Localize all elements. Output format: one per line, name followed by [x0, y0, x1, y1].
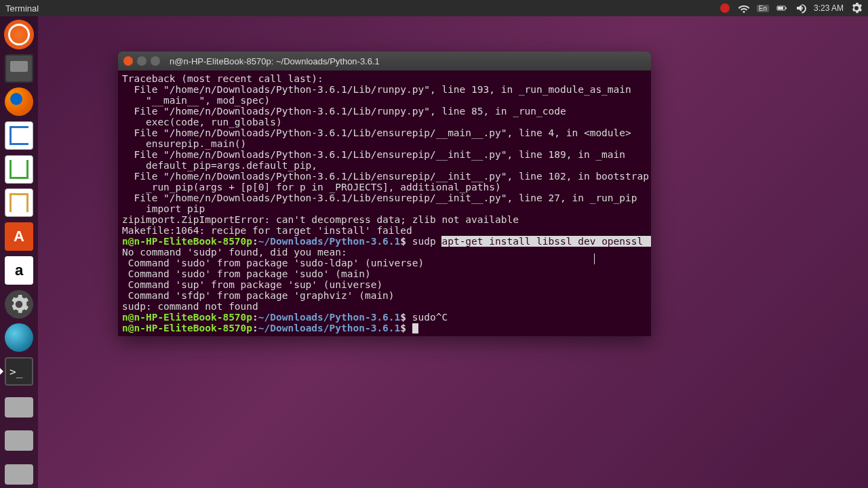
launcher-settings[interactable] [3, 289, 35, 320]
output-line: Traceback (most recent call last): [122, 73, 647, 84]
ubuntu-logo-icon [4, 20, 34, 49]
prompt-line[interactable]: n@n-HP-EliteBook-8570p:~/Downloads/Pytho… [122, 323, 647, 333]
software-icon [5, 222, 33, 251]
disk-icon [5, 430, 33, 451]
output-line: Command 'sfdp' from package 'graphviz' (… [122, 290, 647, 301]
output-line: File "/home/n/Downloads/Python-3.6.1/Lib… [122, 192, 647, 203]
prompt-line: n@n-HP-EliteBook-8570p:~/Downloads/Pytho… [122, 312, 647, 323]
close-button[interactable] [123, 56, 133, 66]
launcher-disk-3[interactable] [3, 457, 35, 488]
launcher-dash[interactable] [3, 19, 35, 50]
text-cursor-ibeam [594, 253, 595, 264]
disk-icon [5, 464, 33, 485]
output-line: zipimport.ZipImportError: can't decompre… [122, 214, 647, 225]
record-indicator-icon[interactable] [719, 2, 731, 14]
window-buttons [123, 56, 160, 66]
maximize-button[interactable] [151, 56, 160, 66]
launcher-amazon[interactable]: a [3, 255, 35, 286]
disk-icon [5, 397, 33, 418]
launcher-disk-1[interactable] [3, 390, 35, 421]
launcher-terminal[interactable]: >_ [3, 356, 35, 387]
wifi-icon[interactable] [738, 2, 750, 14]
output-line: _run_pip(args + [p[0] for p in _PROJECTS… [122, 182, 647, 192]
output-line: File "/home/n/Downloads/Python-3.6.1/Lib… [122, 84, 647, 95]
svg-rect-1 [785, 7, 787, 9]
globe-icon [5, 323, 33, 352]
writer-icon [5, 121, 33, 150]
top-menubar: Terminal En 3:23 AM [0, 0, 868, 16]
terminal-cursor [412, 323, 418, 333]
calc-icon [5, 155, 33, 184]
output-line: ensurepip._main() [122, 138, 647, 149]
output-line: File "/home/n/Downloads/Python-3.6.1/Lib… [122, 106, 647, 117]
app-title: Terminal [5, 3, 39, 14]
svg-rect-2 [778, 7, 783, 9]
files-icon [5, 54, 33, 83]
launcher-firefox[interactable] [3, 86, 35, 117]
launcher-calc[interactable] [3, 154, 35, 185]
selected-text: apt-get install libssl dev openssl [441, 236, 651, 247]
output-line: default_pip=args.default_pip, [122, 160, 647, 171]
impress-icon [5, 188, 33, 217]
gear-icon[interactable] [850, 2, 863, 14]
battery-icon[interactable] [776, 2, 788, 14]
amazon-icon: a [5, 256, 33, 285]
terminal-window[interactable]: n@n-HP-EliteBook-8570p: ~/Downloads/Pyth… [118, 52, 651, 336]
launcher-disk-2[interactable] [3, 424, 35, 455]
terminal-content[interactable]: Traceback (most recent call last): File … [118, 70, 651, 336]
language-indicator[interactable]: En [757, 5, 769, 12]
output-line: Command 'sup' from package 'sup' (univer… [122, 279, 647, 290]
output-line: sudp: command not found [122, 301, 647, 312]
clock[interactable]: 3:23 AM [814, 3, 844, 13]
output-line: Command 'sudo' from package 'sudo' (main… [122, 268, 647, 279]
prompt-line: n@n-HP-EliteBook-8570p:~/Downloads/Pytho… [122, 236, 647, 247]
launcher-files[interactable] [3, 53, 35, 84]
volume-icon[interactable] [795, 2, 807, 14]
settings-gear-icon [5, 290, 33, 319]
firefox-icon [5, 87, 33, 116]
output-line: Makefile:1064: recipe for target 'instal… [122, 225, 647, 236]
unity-launcher: a >_ [0, 16, 38, 488]
launcher-impress[interactable] [3, 188, 35, 219]
output-line: File "/home/n/Downloads/Python-3.6.1/Lib… [122, 127, 647, 138]
launcher-browser[interactable] [3, 322, 35, 353]
launcher-writer[interactable] [3, 120, 35, 151]
system-tray: En 3:23 AM [719, 2, 863, 14]
output-line: import pip [122, 203, 647, 214]
output-line: File "/home/n/Downloads/Python-3.6.1/Lib… [122, 171, 647, 182]
output-line: File "/home/n/Downloads/Python-3.6.1/Lib… [122, 149, 647, 160]
terminal-icon: >_ [5, 357, 33, 386]
minimize-button[interactable] [137, 56, 146, 66]
launcher-software[interactable] [3, 221, 35, 252]
output-line: "__main__", mod_spec) [122, 95, 647, 106]
output-line: exec(code, run_globals) [122, 117, 647, 127]
window-title: n@n-HP-EliteBook-8570p: ~/Downloads/Pyth… [170, 56, 380, 66]
output-line: No command 'sudp' found, did you mean: [122, 247, 647, 258]
output-line: Command 'sudo' from package 'sudo-ldap' … [122, 258, 647, 268]
window-titlebar[interactable]: n@n-HP-EliteBook-8570p: ~/Downloads/Pyth… [118, 52, 651, 70]
